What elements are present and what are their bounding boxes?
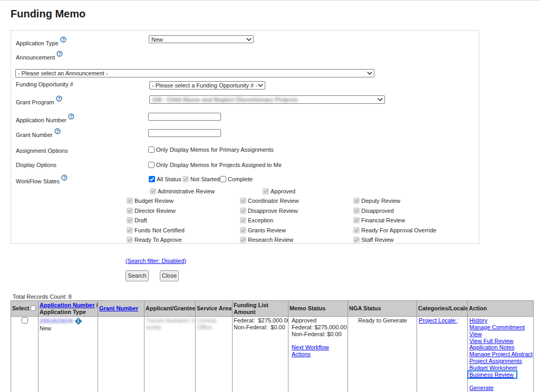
svg-text:?: ? bbox=[57, 96, 60, 101]
svg-text:?: ? bbox=[58, 51, 61, 56]
svg-text:?: ? bbox=[56, 129, 59, 134]
svg-text:?: ? bbox=[62, 37, 64, 42]
svg-text:?: ? bbox=[63, 175, 65, 180]
svg-text:?: ? bbox=[70, 114, 72, 119]
